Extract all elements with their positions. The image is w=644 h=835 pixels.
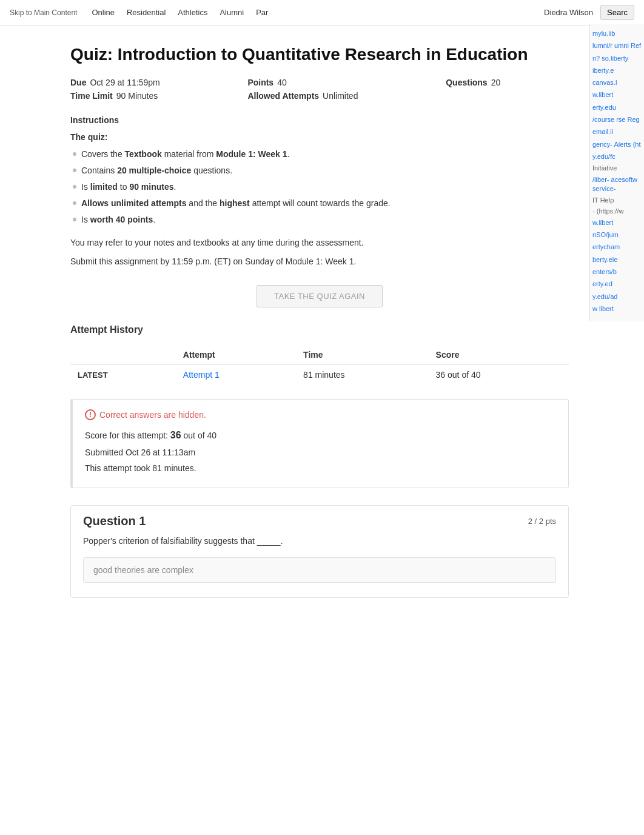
note-text-1: You may refer to your notes and textbook… (70, 236, 569, 249)
nav-par[interactable]: Par (256, 8, 268, 17)
correct-answers-warning: ! Correct answers are hidden. (85, 409, 556, 420)
table-row: LATEST Attempt 1 81 minutes 36 out of 40 (70, 365, 569, 385)
score-duration: This attempt took 81 minutes. (85, 461, 556, 475)
sidebar-link-so[interactable]: n? so.liberty (592, 54, 642, 62)
search-button[interactable]: Searc (600, 5, 634, 20)
sidebar-link-yfc[interactable]: y.edu/fc (592, 152, 642, 161)
bullet-dot-4 (73, 201, 76, 205)
question-title-1: Question 1 (83, 514, 146, 528)
col-time: Time (296, 345, 428, 365)
row-score: 36 out of 40 (429, 365, 569, 385)
sidebar-https-label: - (https://w (592, 207, 642, 215)
bullet-dot-3 (73, 185, 76, 189)
sidebar-link-ertyedu[interactable]: erty.edu (592, 103, 642, 112)
bullet-list: Covers the Textbook material from Module… (70, 148, 569, 226)
nav-online[interactable]: Online (92, 8, 115, 17)
score-detail: Score for this attempt: 36 out of 40 (85, 428, 556, 443)
sidebar-link-iberty[interactable]: iberty.e (592, 66, 642, 75)
note-text-2: Submit this assignment by 11:59 p.m. (ET… (70, 255, 569, 268)
sidebar-links: mylu.lib lumni/r umni Ref n? so.liberty … (589, 24, 644, 321)
nav-links: Online Residential Athletics Alumni Par (92, 8, 268, 17)
meta-allowed-attempts: Allowed Attempts Unlimited (247, 91, 426, 101)
bullet-dot-5 (73, 218, 76, 221)
meta-due: Due Oct 29 at 11:59pm (70, 78, 228, 87)
bullet-item-5: Is worth 40 points. (73, 213, 569, 226)
col-status (70, 345, 176, 365)
sidebar-link-ertyed[interactable]: erty.ed (592, 280, 642, 288)
question-header-1: Question 1 2 / 2 pts (71, 506, 568, 534)
bullet-dot-1 (73, 152, 76, 156)
bullet-dot-2 (73, 169, 76, 172)
table-header-row: Attempt Time Score (70, 345, 569, 365)
col-attempt: Attempt (176, 345, 296, 365)
quiz-label: The quiz: (70, 132, 569, 142)
sidebar-link-canvas[interactable]: canvas.l (592, 78, 642, 87)
question-text-1: Popper's criterion of falsifiability sug… (83, 534, 556, 548)
sidebar-link-wlibert1[interactable]: w.libert (592, 90, 642, 99)
bullet-item-3: Is limited to 90 minutes. (73, 181, 569, 193)
sidebar-link-yad[interactable]: y.edu/ad (592, 292, 642, 301)
warning-icon: ! (85, 409, 96, 420)
sidebar-link-wlibert3[interactable]: w libert (592, 304, 642, 313)
take-quiz-button[interactable]: TAKE THE QUIZ AGAIN (257, 285, 383, 307)
meta-questions: Questions 20 (446, 78, 569, 87)
score-submitted: Submitted Oct 26 at 11:13am (85, 446, 556, 459)
quiz-meta: Due Oct 29 at 11:59pm Points 40 Question… (70, 78, 569, 101)
row-status: LATEST (70, 365, 176, 385)
sidebar-link-nso[interactable]: nSO/jum (592, 230, 642, 239)
nav-alumni[interactable]: Alumni (220, 8, 244, 17)
sidebar-ithelp-label: IT Help (592, 196, 642, 204)
sidebar-initiative-label: Initiative (592, 164, 642, 172)
question-points-1: 2 / 2 pts (528, 517, 556, 526)
attempt-history-heading: Attempt History (70, 324, 569, 335)
sidebar-link-ertycham[interactable]: ertycham (592, 243, 642, 251)
attempt-table: Attempt Time Score LATEST Attempt 1 81 m… (70, 345, 569, 384)
sidebar-link-bertyele[interactable]: berty.ele (592, 255, 642, 264)
sidebar-link-alerts[interactable]: gency- Alerts (ht (592, 140, 642, 149)
sidebar-link-course[interactable]: /course rse Reg (592, 115, 642, 124)
sidebar-link-email[interactable]: email.li (592, 127, 642, 136)
sidebar-link-mylu[interactable]: mylu.lib (592, 29, 642, 38)
main-content: Quiz: Introduction to Quantitative Resea… (56, 25, 583, 628)
user-name: Diedra Wilson (544, 8, 593, 17)
row-time: 81 minutes (296, 365, 428, 385)
bullet-item-1: Covers the Textbook material from Module… (73, 148, 569, 161)
meta-points: Points 40 (247, 78, 426, 87)
nav-athletics[interactable]: Athletics (178, 8, 207, 17)
score-section: ! Correct answers are hidden. Score for … (70, 399, 569, 488)
skip-link[interactable]: Skip to Main Content (10, 8, 77, 17)
nav-residential[interactable]: Residential (127, 8, 166, 17)
question-body-1: Popper's criterion of falsifiability sug… (71, 534, 568, 597)
sidebar-link-wlibert2[interactable]: w.libert (592, 218, 642, 227)
instructions-heading: Instructions (70, 115, 569, 125)
answer-option-1: good theories are complex (83, 557, 556, 583)
question-container-1: Question 1 2 / 2 pts Popper's criterion … (70, 505, 569, 598)
nav-right: Diedra Wilson Searc (544, 5, 634, 20)
quiz-title: Quiz: Introduction to Quantitative Resea… (70, 44, 569, 65)
sidebar-link-acesoftw[interactable]: /liber- acesoftw service- (592, 175, 642, 193)
top-navigation: Skip to Main Content Online Residential … (0, 0, 644, 25)
col-score: Score (429, 345, 569, 365)
sidebar-link-enters[interactable]: enters/b (592, 267, 642, 276)
meta-time-limit: Time Limit 90 Minutes (70, 91, 228, 101)
row-attempt: Attempt 1 (176, 365, 296, 385)
sidebar-link-alumni[interactable]: lumni/r umni Ref (592, 41, 642, 50)
take-quiz-section: TAKE THE QUIZ AGAIN (70, 285, 569, 307)
bullet-item-4: Allows unlimited attempts and the highes… (73, 197, 569, 210)
bullet-item-2: Contains 20 multiple-choice questions. (73, 164, 569, 177)
attempt-link[interactable]: Attempt 1 (183, 370, 220, 380)
